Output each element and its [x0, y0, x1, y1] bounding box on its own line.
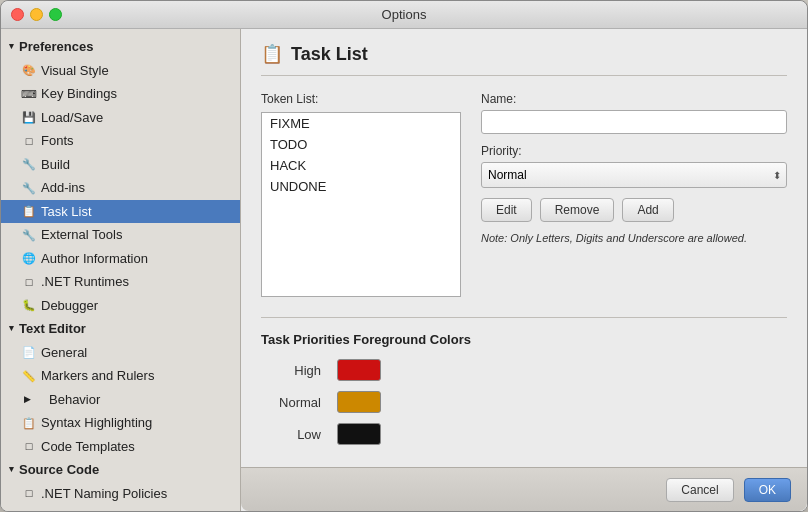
sidebar-item-external-tools[interactable]: 🔧 External Tools — [1, 223, 240, 247]
normal-label: Normal — [261, 395, 321, 410]
sidebar-item-build[interactable]: 🔧 Build — [1, 153, 240, 177]
remove-button[interactable]: Remove — [540, 198, 615, 222]
sidebar-item-label: Debugger — [41, 296, 98, 316]
sidebar: ▾ Preferences 🎨 Visual Style ⌨ Key Bindi… — [1, 29, 241, 511]
build-icon: 🔧 — [21, 156, 37, 172]
token-section: Token List: FIXME TODO HACK UNDONE — [261, 92, 461, 297]
name-input[interactable] — [481, 110, 787, 134]
sidebar-item-visual-style[interactable]: 🎨 Visual Style — [1, 59, 240, 83]
sidebar-item-behavior[interactable]: ▶ Behavior — [1, 388, 240, 412]
load-save-icon: 💾 — [21, 109, 37, 125]
priority-label: Priority: — [481, 144, 787, 158]
main-panel: 📋 Task List Token List: FIXME TODO HACK … — [241, 29, 807, 511]
sidebar-item-net-runtimes[interactable]: □ .NET Runtimes — [1, 270, 240, 294]
low-label: Low — [261, 427, 321, 442]
priority-field-group: Priority: Normal High Low ⬍ — [481, 144, 787, 188]
add-button[interactable]: Add — [622, 198, 673, 222]
maximize-button[interactable] — [49, 8, 62, 21]
sidebar-item-label: .NET Naming Policies — [41, 484, 167, 504]
sidebar-item-preferences[interactable]: ▾ Preferences — [1, 35, 240, 59]
bottom-bar: Cancel OK — [241, 467, 807, 511]
sidebar-item-label: General — [41, 343, 87, 363]
sidebar-item-text-editor[interactable]: ▾ Text Editor — [1, 317, 240, 341]
token-list-label: Token List: — [261, 92, 461, 106]
sidebar-item-label: Build — [41, 155, 70, 175]
sidebar-item-label: Markers and Rulers — [41, 366, 154, 386]
titlebar: Options — [1, 1, 807, 29]
general-icon: 📄 — [21, 344, 37, 360]
name-label: Name: — [481, 92, 787, 106]
content-area: ▾ Preferences 🎨 Visual Style ⌨ Key Bindi… — [1, 29, 807, 511]
sidebar-item-author-information[interactable]: 🌐 Author Information — [1, 247, 240, 271]
code-templates-icon: □ — [21, 438, 37, 454]
priorities-title: Task Priorities Foreground Colors — [261, 332, 787, 347]
sidebar-category-label: Preferences — [19, 37, 93, 57]
sidebar-item-label: Key Bindings — [41, 84, 117, 104]
sidebar-category-label: Text Editor — [19, 319, 86, 339]
sidebar-item-syntax-highlighting[interactable]: 📋 Syntax Highlighting — [1, 411, 240, 435]
panel-content: 📋 Task List Token List: FIXME TODO HACK … — [241, 29, 807, 467]
priority-row-low: Low — [261, 423, 787, 445]
action-buttons: Edit Remove Add — [481, 198, 787, 222]
sidebar-item-fonts[interactable]: □ Fonts — [1, 129, 240, 153]
high-label: High — [261, 363, 321, 378]
edit-button[interactable]: Edit — [481, 198, 532, 222]
arrow-icon: ▾ — [5, 464, 17, 476]
priority-select[interactable]: Normal High Low — [481, 162, 787, 188]
arrow-icon: ▾ — [5, 41, 17, 53]
sidebar-item-label: External Tools — [41, 225, 122, 245]
name-priority-section: Name: Priority: Normal High Low — [481, 92, 787, 297]
list-item[interactable]: HACK — [262, 155, 460, 176]
options-window: Options ▾ Preferences 🎨 Visual Style ⌨ K… — [0, 0, 808, 512]
sidebar-item-net-naming-policies[interactable]: □ .NET Naming Policies — [1, 482, 240, 506]
sidebar-item-source-code[interactable]: ▾ Source Code — [1, 458, 240, 482]
token-list[interactable]: FIXME TODO HACK UNDONE — [261, 112, 461, 297]
debugger-icon: 🐛 — [21, 297, 37, 313]
add-ins-icon: 🔧 — [21, 180, 37, 196]
sidebar-item-label: Fonts — [41, 131, 74, 151]
priorities-section: Task Priorities Foreground Colors High N… — [261, 317, 787, 445]
sidebar-item-label: Code Templates — [41, 437, 135, 457]
sidebar-category-label: Source Code — [19, 460, 99, 480]
sidebar-item-label: Add-ins — [41, 178, 85, 198]
sidebar-scroll[interactable]: ▾ Preferences 🎨 Visual Style ⌨ Key Bindi… — [1, 29, 240, 511]
sidebar-item-label: Load/Save — [41, 108, 103, 128]
fonts-icon: □ — [21, 133, 37, 149]
sidebar-item-label: Visual Style — [41, 61, 109, 81]
sidebar-item-add-ins[interactable]: 🔧 Add-ins — [1, 176, 240, 200]
sidebar-item-code-templates[interactable]: □ Code Templates — [1, 435, 240, 459]
sidebar-item-label: Author Information — [41, 249, 148, 269]
panel-title: 📋 Task List — [261, 43, 787, 76]
high-color-swatch[interactable] — [337, 359, 381, 381]
list-item[interactable]: UNDONE — [262, 176, 460, 197]
sidebar-item-debugger[interactable]: 🐛 Debugger — [1, 294, 240, 318]
ok-button[interactable]: OK — [744, 478, 791, 502]
sidebar-item-task-list[interactable]: 📋 Task List — [1, 200, 240, 224]
panel-title-text: Task List — [291, 44, 368, 65]
key-bindings-icon: ⌨ — [21, 86, 37, 102]
sidebar-item-load-save[interactable]: 💾 Load/Save — [1, 106, 240, 130]
net-runtimes-icon: □ — [21, 274, 37, 290]
net-naming-icon: □ — [21, 485, 37, 501]
close-button[interactable] — [11, 8, 24, 21]
list-item[interactable]: FIXME — [262, 113, 460, 134]
sidebar-item-general[interactable]: 📄 General — [1, 341, 240, 365]
cancel-button[interactable]: Cancel — [666, 478, 733, 502]
low-color-swatch[interactable] — [337, 423, 381, 445]
priority-select-wrapper: Normal High Low ⬍ — [481, 162, 787, 188]
panel-body: Token List: FIXME TODO HACK UNDONE Name: — [261, 92, 787, 297]
behavior-icon — [35, 391, 45, 407]
visual-style-icon: 🎨 — [21, 62, 37, 78]
name-field-group: Name: — [481, 92, 787, 134]
sidebar-item-key-bindings[interactable]: ⌨ Key Bindings — [1, 82, 240, 106]
external-tools-icon: 🔧 — [21, 227, 37, 243]
panel-title-icon: 📋 — [261, 43, 283, 65]
sidebar-item-label: Task List — [41, 202, 92, 222]
window-title: Options — [382, 7, 427, 22]
list-item[interactable]: TODO — [262, 134, 460, 155]
normal-color-swatch[interactable] — [337, 391, 381, 413]
minimize-button[interactable] — [30, 8, 43, 21]
markers-rulers-icon: 📏 — [21, 368, 37, 384]
priority-row-normal: Normal — [261, 391, 787, 413]
sidebar-item-markers-rulers[interactable]: 📏 Markers and Rulers — [1, 364, 240, 388]
